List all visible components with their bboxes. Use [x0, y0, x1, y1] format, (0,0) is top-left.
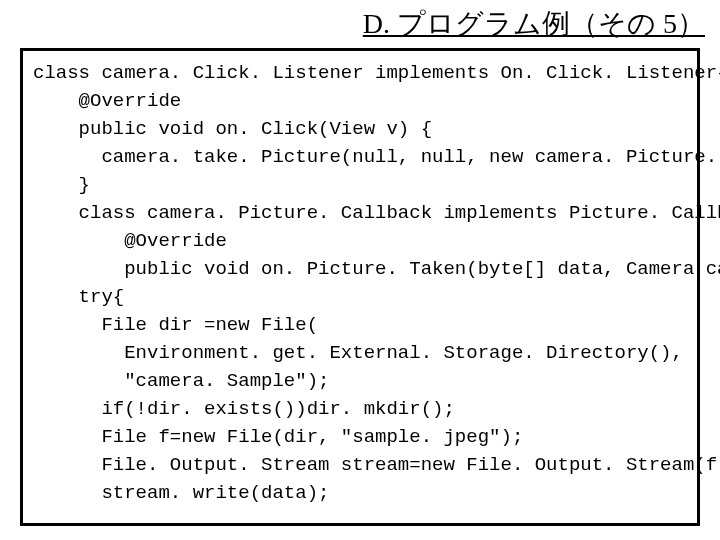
code-line: File f=new File(dir, "sample. jpeg");: [33, 423, 687, 451]
code-line: Environment. get. External. Storage. Dir…: [33, 339, 687, 367]
code-line: class camera. Picture. Callback implemen…: [33, 199, 687, 227]
code-line: try{: [33, 283, 687, 311]
code-line: stream. write(data);: [33, 479, 687, 507]
code-line: if(!dir. exists())dir. mkdir();: [33, 395, 687, 423]
code-line: File. Output. Stream stream=new File. Ou…: [33, 451, 687, 479]
slide-title: D. プログラム例（その 5）: [0, 5, 705, 43]
code-line: public void on. Click(View v) {: [33, 115, 687, 143]
code-line: File dir =new File(: [33, 311, 687, 339]
slide: D. プログラム例（その 5） class camera. Click. Lis…: [0, 0, 720, 540]
code-line: }: [33, 171, 687, 199]
code-line: @Override: [33, 227, 687, 255]
code-line: @Override: [33, 87, 687, 115]
code-line: "camera. Sample");: [33, 367, 687, 395]
code-line: public void on. Picture. Taken(byte[] da…: [33, 255, 687, 283]
code-line: camera. take. Picture(null, null, new ca…: [33, 143, 687, 171]
code-line: class camera. Click. Listener implements…: [33, 59, 687, 87]
code-container: class camera. Click. Listener implements…: [20, 48, 700, 526]
